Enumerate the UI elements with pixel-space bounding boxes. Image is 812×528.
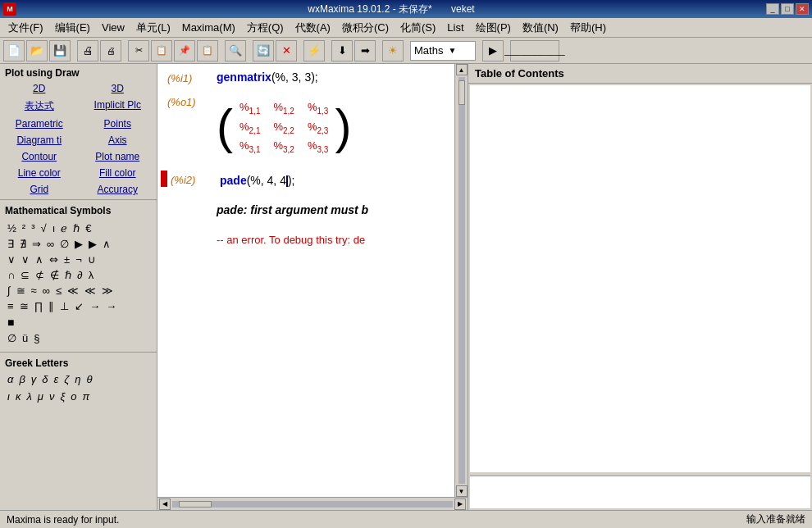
sym-or[interactable]: ∨	[5, 253, 18, 266]
tb-refresh[interactable]: 🔄	[253, 40, 274, 61]
menu-equation[interactable]: 方程(Q)	[242, 19, 289, 37]
sym-much-greater[interactable]: ≫	[99, 284, 116, 298]
sym-not-in[interactable]: ∉	[48, 268, 62, 282]
sidebar-btn-axis[interactable]: Axis	[79, 132, 157, 148]
sym-sqrt[interactable]: √	[39, 221, 49, 235]
menu-calculus[interactable]: 微积分(C)	[337, 19, 394, 37]
sidebar-btn-linecolor[interactable]: Line color	[0, 165, 79, 181]
sym-intersect[interactable]: ∩	[5, 268, 17, 282]
sym-much-less2[interactable]: ≪	[82, 284, 98, 298]
sym-and[interactable]: ∧	[100, 237, 113, 251]
sym-u-uml[interactable]: ü	[20, 331, 30, 345]
menu-maxima[interactable]: Maxima(M)	[177, 20, 240, 35]
tb-sun[interactable]: ☀	[382, 40, 404, 61]
sym-cong2[interactable]: ≅	[17, 299, 31, 313]
hscroll-left-btn[interactable]: ◀	[159, 498, 171, 510]
menu-edit[interactable]: 编辑(E)	[50, 19, 95, 37]
tb-cut[interactable]: ✂	[128, 40, 149, 61]
content-vscrollbar[interactable]: ▲ ▼	[454, 64, 468, 497]
hscroll-track[interactable]	[172, 501, 453, 508]
tb-down[interactable]: ⬇	[331, 40, 353, 61]
sym-tri-right2[interactable]: ▶	[86, 237, 99, 251]
sym-product[interactable]: ∏	[32, 299, 46, 313]
hscroll-right-btn[interactable]: ▶	[454, 498, 466, 510]
menu-cell[interactable]: 单元(L)	[131, 19, 176, 37]
sym-squared[interactable]: ²	[20, 221, 28, 235]
sym-lambda[interactable]: λ	[86, 268, 97, 282]
sym-implies[interactable]: ⇒	[30, 237, 43, 251]
sidebar-btn-diagram[interactable]: Diagram ti	[0, 132, 79, 148]
sym-perp[interactable]: ⊥	[57, 299, 71, 313]
sym-and2[interactable]: ∧	[33, 253, 46, 266]
sym-subset[interactable]: ⊆	[18, 268, 32, 282]
vscroll-down-btn[interactable]: ▼	[456, 485, 468, 497]
greek-zeta[interactable]: ζ	[62, 372, 71, 386]
sidebar-btn-accuracy[interactable]: Accuracy	[79, 181, 157, 198]
cell-i1-content[interactable]: genmatrix(%, 3, 3);	[217, 71, 445, 84]
vscroll-track[interactable]	[458, 77, 465, 484]
sym-leq[interactable]: ≤	[53, 284, 64, 298]
sym-not-subset[interactable]: ⊄	[33, 268, 47, 282]
toc-input[interactable]	[470, 476, 810, 508]
greek-theta[interactable]: θ	[84, 372, 95, 386]
sidebar-btn-contour[interactable]: Contour	[0, 148, 79, 165]
sidebar-btn-plotname[interactable]: Plot name	[79, 148, 157, 165]
sym-empty2[interactable]: ∅	[5, 331, 19, 345]
greek-delta[interactable]: δ	[39, 372, 50, 386]
menu-simplify[interactable]: 化简(S)	[395, 19, 440, 37]
sym-or2[interactable]: ∨	[19, 253, 32, 266]
tb-run[interactable]: ▶	[482, 40, 504, 61]
greek-omicron[interactable]: ο	[68, 389, 79, 403]
greek-gamma[interactable]: γ	[29, 372, 39, 386]
sidebar-btn-expr[interactable]: 表达式	[0, 97, 79, 116]
sym-exists[interactable]: ∃	[5, 237, 16, 251]
close-button[interactable]: ✕	[796, 3, 809, 15]
sym-iff[interactable]: ⇔	[47, 253, 61, 266]
tb-icon1[interactable]: ⚡	[303, 40, 325, 61]
sym-not-exists[interactable]: ∄	[17, 237, 29, 251]
tb-print[interactable]: 🖨	[77, 40, 98, 61]
tb-print2[interactable]: 🖨	[100, 40, 121, 61]
tb-open[interactable]: 📂	[26, 40, 48, 61]
tb-text[interactable]: ____________	[510, 40, 559, 61]
menu-view[interactable]: View	[97, 20, 130, 35]
sidebar-btn-points[interactable]: Points	[79, 116, 157, 132]
sym-half[interactable]: ½	[5, 221, 19, 235]
sym-right-arrow2[interactable]: →	[103, 299, 119, 313]
menu-numeric[interactable]: 数值(N)	[518, 19, 563, 37]
maximize-button[interactable]: □	[781, 3, 794, 15]
sym-much-less[interactable]: ≪	[65, 284, 81, 298]
menu-plot[interactable]: 绘图(P)	[471, 19, 516, 37]
sidebar-btn-fillcolor[interactable]: Fill color	[79, 165, 157, 181]
notebook-content[interactable]: (%i1) genmatrix(%, 3, 3); (%o1) ( %	[157, 64, 454, 497]
hscroll-thumb[interactable]	[179, 501, 212, 508]
sym-hbar2[interactable]: ℏ	[62, 268, 74, 282]
cell-i2-content[interactable]: pade(%, 4, 4);	[220, 171, 445, 187]
menu-algebra[interactable]: 代数(A)	[290, 19, 335, 37]
sym-not[interactable]: ¬	[73, 253, 84, 266]
cell-type-dropdown[interactable]: Maths ▼	[410, 41, 476, 61]
sym-dotless-i[interactable]: ı	[50, 221, 58, 235]
greek-eta[interactable]: η	[72, 372, 83, 386]
greek-epsilon[interactable]: ε	[52, 372, 62, 386]
sym-euro[interactable]: €	[83, 221, 94, 235]
tb-paste2[interactable]: 📋	[197, 40, 218, 61]
sym-section[interactable]: §	[31, 331, 42, 345]
sidebar-btn-parametric[interactable]: Parametric	[0, 116, 79, 132]
sym-tri-right[interactable]: ▶	[72, 237, 85, 251]
tb-stop[interactable]: ✕	[276, 40, 297, 61]
sym-approx[interactable]: ≈	[29, 284, 39, 298]
sidebar-btn-implicit[interactable]: Implicit Plc	[79, 97, 157, 116]
sym-union[interactable]: ∪	[85, 253, 98, 266]
sym-inf2[interactable]: ∞	[40, 284, 52, 298]
sym-right-arrow[interactable]: →	[87, 299, 103, 313]
sidebar-btn-grid[interactable]: Grid	[0, 181, 79, 198]
tb-right[interactable]: ➡	[354, 40, 376, 61]
vscroll-up-btn[interactable]: ▲	[456, 64, 468, 75]
tb-save[interactable]: 💾	[49, 40, 71, 61]
sym-parallel[interactable]: ∥	[46, 299, 57, 313]
sym-plusminus[interactable]: ±	[62, 253, 72, 266]
sym-congruent[interactable]: ≅	[14, 284, 28, 298]
greek-nu[interactable]: ν	[47, 389, 57, 403]
greek-kappa[interactable]: κ	[13, 389, 24, 403]
